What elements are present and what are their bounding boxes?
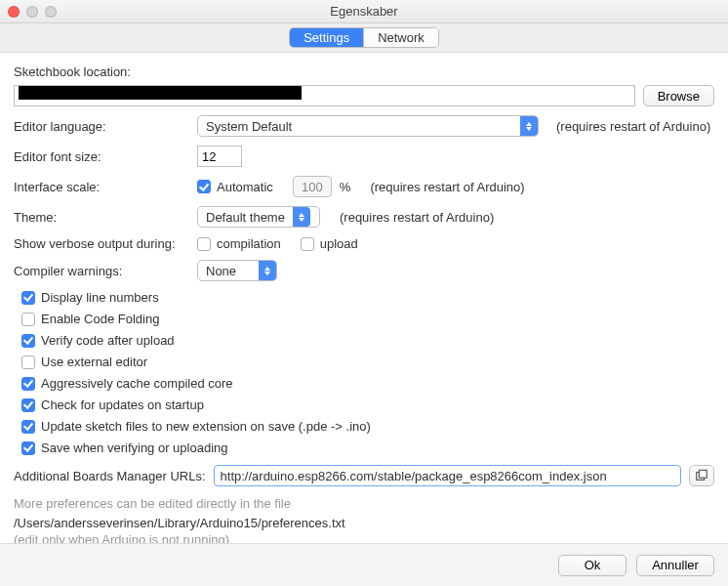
language-hint: (requires restart of Arduino) xyxy=(556,119,710,134)
expand-icon xyxy=(695,469,708,482)
scale-hint: (requires restart of Arduino) xyxy=(370,180,524,194)
scale-percent-input xyxy=(293,176,332,197)
verbose-label: Show verbose output during: xyxy=(14,236,189,251)
fontsize-label: Editor font size: xyxy=(14,149,189,164)
opt-enable-code-folding[interactable]: Enable Code Folding xyxy=(21,312,714,326)
ok-button[interactable]: Ok xyxy=(558,555,627,576)
scale-auto-checkbox[interactable]: Automatic xyxy=(197,180,273,194)
cancel-button[interactable]: Annuller xyxy=(636,555,714,576)
interface-scale-label: Interface scale: xyxy=(14,180,189,194)
theme-hint: (requires restart of Arduino) xyxy=(340,210,494,225)
browse-button[interactable]: Browse xyxy=(643,85,714,106)
titlebar: Egenskaber xyxy=(0,0,728,23)
theme-label: Theme: xyxy=(14,210,189,225)
theme-select[interactable]: Default theme xyxy=(197,206,320,228)
scale-auto-label: Automatic xyxy=(217,180,273,194)
theme-value: Default theme xyxy=(206,210,285,225)
verbose-upload-checkbox[interactable]: upload xyxy=(301,236,358,251)
segmented-control: Settings Network xyxy=(289,27,439,48)
compiler-warnings-value: None xyxy=(206,264,236,278)
svg-rect-1 xyxy=(699,470,707,478)
sketchbook-path-input[interactable] xyxy=(14,85,635,106)
footer-note-1: More preferences can be edited directly … xyxy=(14,495,714,514)
dropdown-icon xyxy=(259,261,276,280)
language-value: System Default xyxy=(206,119,292,134)
language-label: Editor language: xyxy=(14,119,189,134)
checkbox-icon xyxy=(197,180,211,193)
opt-verify-after-upload[interactable]: Verify code after upload xyxy=(21,333,714,348)
window-title: Egenskaber xyxy=(0,4,728,19)
dialog-button-bar: Ok Annuller xyxy=(0,543,728,586)
content-area: Sketchbook location: Browse Editor langu… xyxy=(0,53,728,555)
verbose-compile-label: compilation xyxy=(217,236,281,251)
opt-check-updates[interactable]: Check for updates on startup xyxy=(21,398,714,412)
boards-url-expand-button[interactable] xyxy=(689,465,714,486)
fontsize-input[interactable] xyxy=(197,146,242,167)
options-list: Display line numbers Enable Code Folding… xyxy=(21,290,714,455)
verbose-compile-checkbox[interactable]: compilation xyxy=(197,236,281,251)
verbose-upload-label: upload xyxy=(320,236,358,251)
compiler-warnings-select[interactable]: None xyxy=(197,260,277,281)
footer-preferences-path: /Users/andersseverinsen/Library/Arduino1… xyxy=(14,516,714,530)
sketchbook-label: Sketchbook location: xyxy=(14,64,714,79)
dropdown-icon xyxy=(520,116,538,136)
opt-update-ext[interactable]: Update sketch files to new extension on … xyxy=(21,419,714,434)
tab-network[interactable]: Network xyxy=(363,28,438,47)
opt-save-on-verify[interactable]: Save when verifying or uploading xyxy=(21,440,714,455)
checkbox-icon xyxy=(197,237,211,251)
redacted-path xyxy=(19,86,302,100)
language-select[interactable]: System Default xyxy=(197,115,539,137)
dropdown-icon xyxy=(293,207,310,227)
tab-bar: Settings Network xyxy=(0,23,728,53)
checkbox-icon xyxy=(301,237,314,251)
opt-display-line-numbers[interactable]: Display line numbers xyxy=(21,290,714,305)
opt-use-external-editor[interactable]: Use external editor xyxy=(21,355,714,369)
boards-url-label: Additional Boards Manager URLs: xyxy=(14,469,206,483)
tab-settings[interactable]: Settings xyxy=(290,28,363,47)
compiler-warnings-label: Compiler warnings: xyxy=(14,264,189,278)
scale-pct-suffix: % xyxy=(340,180,351,194)
boards-url-input[interactable] xyxy=(214,465,681,486)
opt-cache-core[interactable]: Aggressively cache compiled core xyxy=(21,376,714,391)
